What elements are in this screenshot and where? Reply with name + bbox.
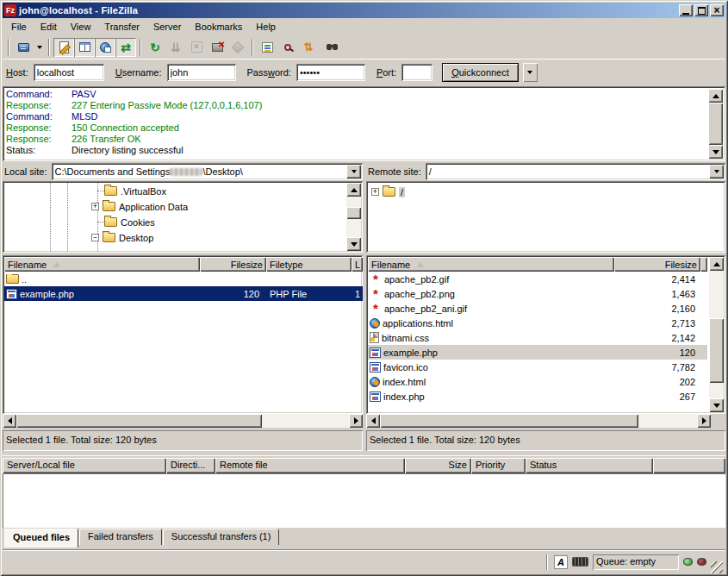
column-header-size[interactable]: Size xyxy=(405,458,471,473)
password-input[interactable] xyxy=(296,64,365,81)
remote-file-row[interactable]: bitnami.css2,142 xyxy=(368,330,707,345)
scroll-track[interactable] xyxy=(380,414,697,428)
scroll-up-button[interactable] xyxy=(346,183,361,197)
site-manager-button[interactable] xyxy=(13,38,34,57)
process-queue-button[interactable]: ⇊ xyxy=(165,38,186,57)
cancel-operation-button[interactable] xyxy=(186,38,207,57)
local-file-row-example-php[interactable]: example.php 120 PHP File 1 xyxy=(4,286,363,301)
menu-bookmarks[interactable]: Bookmarks xyxy=(188,19,249,34)
log-scrollbar[interactable] xyxy=(708,89,723,159)
menu-help[interactable]: Help xyxy=(249,19,283,34)
tree-item-virtualbox[interactable]: .VirtualBox xyxy=(104,185,166,197)
scroll-up-button[interactable] xyxy=(709,257,724,271)
resize-grip[interactable] xyxy=(711,561,723,573)
minimize-button[interactable] xyxy=(679,4,693,16)
column-header-server-local-file[interactable]: Server/Local file xyxy=(3,458,166,473)
remote-file-row[interactable]: apache_pb2.gif2,414 xyxy=(368,272,707,286)
tree-item-desktop[interactable]: Desktop xyxy=(91,231,153,244)
tree-item-cookies[interactable]: Cookies xyxy=(104,216,155,229)
directory-comparison-button[interactable] xyxy=(277,38,298,57)
toggle-transfer-queue-button[interactable]: ⇄ xyxy=(115,38,136,57)
scroll-left-button[interactable] xyxy=(3,414,16,428)
scroll-right-button[interactable] xyxy=(697,414,711,428)
port-input[interactable] xyxy=(401,64,432,81)
speed-limit-indicator-icon[interactable] xyxy=(572,557,588,567)
file-type-cell: PHP File xyxy=(266,289,352,299)
menu-view[interactable]: View xyxy=(64,19,98,34)
column-header-filesize[interactable]: Filesize xyxy=(200,257,266,272)
scroll-up-button[interactable] xyxy=(708,89,723,103)
directory-listing-filters-button[interactable] xyxy=(257,38,277,57)
queue-list[interactable] xyxy=(3,473,725,528)
quickconnect-dropdown-button[interactable] xyxy=(523,63,538,82)
menu-file[interactable]: File xyxy=(4,19,34,34)
scroll-thumb[interactable] xyxy=(380,414,638,428)
column-header-last-modified[interactable]: L xyxy=(352,257,363,272)
column-header-filename[interactable]: Filename xyxy=(368,257,614,272)
remote-file-row[interactable]: index.php267 xyxy=(368,389,707,404)
scroll-track[interactable] xyxy=(16,414,349,428)
remote-file-row[interactable]: favicon.ico7,782 xyxy=(368,360,707,374)
scroll-track[interactable] xyxy=(709,271,724,398)
column-header-remote-file[interactable]: Remote file xyxy=(215,458,405,473)
column-header-status[interactable]: Status xyxy=(526,458,653,473)
toggle-remote-treeview-button[interactable] xyxy=(95,38,115,57)
refresh-button[interactable]: ↻ xyxy=(145,38,165,57)
tab-successful-transfers[interactable]: Successful transfers (1) xyxy=(163,529,280,545)
scroll-right-button[interactable] xyxy=(349,414,363,428)
scroll-thumb[interactable] xyxy=(708,103,723,145)
tab-failed-transfers[interactable]: Failed transfers xyxy=(79,529,162,545)
expand-plus-icon[interactable] xyxy=(371,188,379,196)
column-header-filetype[interactable]: Filetype xyxy=(266,257,352,272)
minimize-icon xyxy=(682,13,689,15)
column-header-direction[interactable]: Directi... xyxy=(166,458,215,473)
scroll-track[interactable] xyxy=(346,197,361,237)
scroll-thumb[interactable] xyxy=(16,414,262,428)
column-header-priority[interactable]: Priority xyxy=(471,458,526,473)
toggle-message-log-button[interactable] xyxy=(53,38,74,57)
collapse-minus-icon[interactable] xyxy=(91,234,99,241)
synchronized-browsing-button[interactable]: ⇅ xyxy=(298,38,319,57)
expand-plus-icon[interactable] xyxy=(91,203,99,210)
reconnect-button[interactable] xyxy=(227,38,248,57)
scrollbar-corner xyxy=(711,414,725,428)
remote-file-row[interactable]: apache_pb2_ani.gif2,160 xyxy=(368,301,707,316)
scroll-down-button[interactable] xyxy=(708,145,723,159)
remote-file-row[interactable]: index.html202 xyxy=(368,374,707,389)
remote-file-row[interactable]: applications.html2,713 xyxy=(368,316,707,330)
menu-transfer[interactable]: Transfer xyxy=(97,19,146,34)
menu-edit[interactable]: Edit xyxy=(34,19,64,34)
disconnect-button[interactable] xyxy=(207,38,227,57)
column-header-filename[interactable]: Filename xyxy=(4,257,200,272)
scroll-thumb[interactable] xyxy=(709,318,724,383)
remote-site-dropdown-button[interactable] xyxy=(709,165,724,178)
local-site-dropdown-button[interactable] xyxy=(346,165,361,178)
column-header-filesize[interactable]: Filesize xyxy=(614,257,701,272)
host-input[interactable] xyxy=(34,64,104,81)
tree-item-root[interactable]: / xyxy=(371,185,405,198)
scroll-thumb[interactable] xyxy=(346,207,361,219)
remote-file-row[interactable]: apache_pb2.png1,463 xyxy=(368,286,707,301)
find-files-button[interactable] xyxy=(319,38,339,57)
scroll-down-button[interactable] xyxy=(709,398,724,412)
remote-list-scrollbar[interactable] xyxy=(709,257,724,412)
local-file-row-parent[interactable]: .. xyxy=(4,272,363,286)
maximize-button[interactable] xyxy=(694,4,708,16)
quickconnect-button[interactable]: Quickconnect xyxy=(442,63,519,82)
remote-site-combobox[interactable]: / xyxy=(426,163,725,180)
tab-queued-files[interactable]: Queued files xyxy=(4,529,78,548)
toggle-local-treeview-button[interactable] xyxy=(74,38,95,57)
site-manager-dropdown-button[interactable] xyxy=(34,38,45,57)
data-type-indicator-icon[interactable] xyxy=(554,555,568,569)
scroll-down-button[interactable] xyxy=(346,237,361,251)
remote-hscrollbar[interactable] xyxy=(366,414,725,428)
local-site-combobox[interactable]: C:\Documents and Settings\Desktop\ xyxy=(52,163,363,180)
remote-file-row-example-php[interactable]: example.php120 xyxy=(368,345,707,360)
tree-item-application-data[interactable]: Application Data xyxy=(91,200,188,213)
scroll-left-button[interactable] xyxy=(366,414,380,428)
menu-server[interactable]: Server xyxy=(146,19,188,34)
username-input[interactable] xyxy=(167,64,236,81)
local-tree-scrollbar[interactable] xyxy=(346,183,361,251)
close-button[interactable] xyxy=(710,4,724,16)
local-hscrollbar[interactable] xyxy=(3,414,363,428)
